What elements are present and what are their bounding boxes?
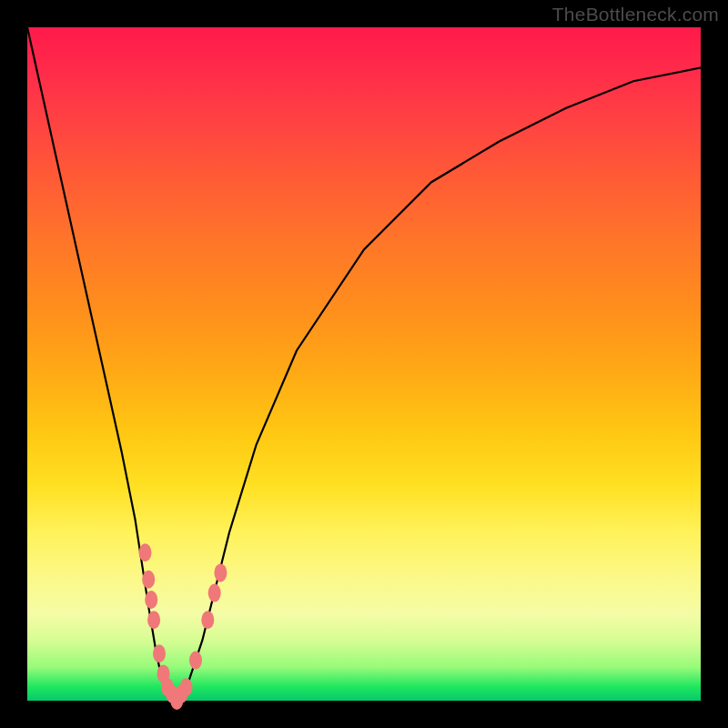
curve-marker	[145, 591, 157, 609]
plot-area	[27, 27, 701, 701]
curve-marker	[153, 644, 166, 662]
curve-marker	[208, 584, 221, 602]
curve-marker	[201, 611, 214, 629]
curve-marker	[214, 563, 227, 581]
curve-markers	[139, 543, 228, 710]
watermark-text: TheBottleneck.com	[552, 4, 719, 25]
curve-marker	[147, 611, 160, 629]
chart-svg	[27, 27, 701, 701]
chart-frame: TheBottleneck.com	[0, 0, 728, 728]
curve-marker	[139, 543, 152, 561]
curve-marker	[189, 652, 202, 670]
bottleneck-curve	[27, 27, 701, 701]
curve-marker	[180, 678, 193, 696]
curve-marker	[142, 571, 155, 589]
